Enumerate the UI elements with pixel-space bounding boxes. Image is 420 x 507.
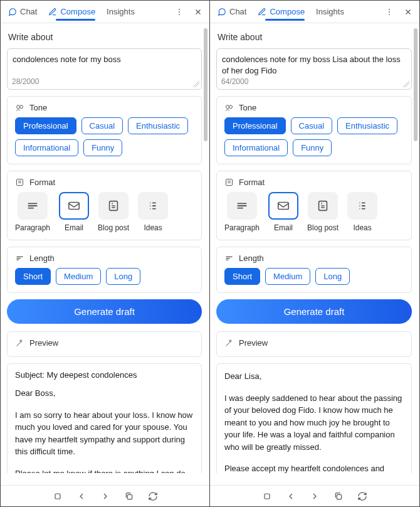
format-email[interactable]: Email bbox=[59, 192, 89, 232]
preview-label: Preview bbox=[239, 338, 268, 348]
length-short[interactable]: Short bbox=[15, 268, 51, 285]
format-label: Format bbox=[239, 178, 265, 187]
tab-chat[interactable]: Chat bbox=[3, 3, 42, 20]
format-email-label: Email bbox=[65, 223, 83, 232]
preview-output: Subject: My deepest condolences Dear Bos… bbox=[7, 363, 202, 473]
close-icon bbox=[404, 8, 412, 16]
svg-rect-19 bbox=[337, 494, 341, 499]
copy-icon[interactable] bbox=[124, 491, 134, 501]
generate-draft-button[interactable]: Generate draft bbox=[216, 299, 412, 324]
tab-compose[interactable]: Compose bbox=[253, 3, 310, 20]
back-icon[interactable] bbox=[76, 491, 87, 501]
tone-informational[interactable]: Informational bbox=[15, 139, 78, 156]
prompt-text: condolences note for my boss Lisa about … bbox=[222, 55, 401, 75]
forward-icon[interactable] bbox=[310, 491, 320, 501]
copy-icon[interactable] bbox=[333, 491, 344, 501]
close-button[interactable] bbox=[399, 3, 417, 21]
more-options-button[interactable] bbox=[381, 3, 398, 21]
format-section: Format Paragraph Email Blog post Ideas bbox=[216, 171, 412, 240]
tab-compose[interactable]: Compose bbox=[43, 3, 100, 20]
format-ideas-label: Ideas bbox=[353, 223, 371, 232]
tone-funny[interactable]: Funny bbox=[293, 139, 332, 156]
stop-icon[interactable] bbox=[53, 491, 63, 501]
format-email-label: Email bbox=[274, 223, 293, 232]
resize-handle-icon[interactable] bbox=[403, 81, 409, 87]
length-long[interactable]: Long bbox=[106, 268, 140, 285]
more-options-button[interactable] bbox=[171, 3, 188, 21]
more-vertical-icon bbox=[175, 8, 184, 16]
scrollbar[interactable] bbox=[414, 28, 417, 480]
preview-subject: Subject: My deepest condolences bbox=[15, 370, 194, 380]
format-paragraph[interactable]: Paragraph bbox=[15, 192, 50, 232]
tab-insights[interactable]: Insights bbox=[102, 3, 140, 20]
svg-point-2 bbox=[179, 14, 180, 15]
format-paragraph[interactable]: Paragraph bbox=[224, 192, 260, 232]
back-icon[interactable] bbox=[286, 491, 296, 501]
refresh-icon[interactable] bbox=[148, 491, 158, 501]
tone-professional[interactable]: Professional bbox=[15, 117, 76, 134]
resize-handle-icon[interactable] bbox=[193, 81, 199, 87]
tab-insights[interactable]: Insights bbox=[311, 3, 349, 20]
length-long[interactable]: Long bbox=[315, 268, 350, 285]
format-label: Format bbox=[29, 178, 55, 187]
compose-pane-right: Chat Compose Insights Write about condol… bbox=[210, 0, 420, 507]
svg-point-14 bbox=[229, 105, 233, 109]
tone-icon bbox=[15, 103, 24, 112]
svg-rect-8 bbox=[55, 494, 60, 499]
tone-informational[interactable]: Informational bbox=[224, 139, 288, 156]
tab-bar: Chat Compose Insights bbox=[1, 1, 209, 23]
char-count: 28/2000 bbox=[12, 77, 39, 86]
scrollbar[interactable] bbox=[204, 28, 207, 480]
bottom-toolbar bbox=[210, 485, 419, 506]
preview-label: Preview bbox=[29, 338, 58, 348]
stop-icon[interactable] bbox=[262, 491, 272, 501]
wand-icon bbox=[224, 338, 234, 348]
length-section: Length Short Medium Long bbox=[216, 247, 412, 293]
refresh-icon[interactable] bbox=[357, 491, 367, 501]
tone-enthusiastic[interactable]: Enthusiastic bbox=[337, 117, 397, 134]
svg-rect-5 bbox=[17, 179, 23, 186]
length-medium[interactable]: Medium bbox=[265, 268, 310, 285]
tone-enthusiastic[interactable]: Enthusiastic bbox=[128, 117, 188, 134]
format-blog[interactable]: Blog post bbox=[98, 192, 129, 232]
close-button[interactable] bbox=[189, 3, 207, 21]
forward-icon[interactable] bbox=[100, 491, 110, 501]
close-icon bbox=[194, 8, 202, 16]
tone-funny[interactable]: Funny bbox=[83, 139, 122, 156]
format-ideas[interactable]: Ideas bbox=[347, 192, 377, 232]
svg-point-3 bbox=[17, 105, 20, 109]
tab-compose-label: Compose bbox=[60, 7, 95, 16]
compose-pane-left: Chat Compose Insights Write about condol… bbox=[0, 0, 210, 507]
length-short[interactable]: Short bbox=[224, 268, 260, 285]
tab-chat-label: Chat bbox=[229, 7, 246, 16]
tab-compose-label: Compose bbox=[270, 7, 305, 16]
length-label: Length bbox=[29, 254, 55, 263]
tab-insights-label: Insights bbox=[107, 7, 135, 16]
compose-icon bbox=[258, 8, 266, 16]
char-count: 64/2000 bbox=[221, 77, 248, 86]
more-vertical-icon bbox=[385, 8, 394, 16]
svg-point-10 bbox=[389, 8, 390, 9]
preview-p2: Please accept my heartfelt condolences a… bbox=[224, 462, 404, 473]
tone-professional[interactable]: Professional bbox=[224, 117, 286, 134]
tone-icon bbox=[224, 103, 234, 112]
svg-rect-16 bbox=[278, 203, 289, 210]
tone-casual[interactable]: Casual bbox=[291, 117, 332, 134]
format-ideas[interactable]: Ideas bbox=[138, 192, 168, 232]
generate-draft-button[interactable]: Generate draft bbox=[7, 299, 202, 324]
format-paragraph-label: Paragraph bbox=[224, 223, 260, 232]
svg-rect-6 bbox=[69, 203, 80, 210]
format-blog-label: Blog post bbox=[307, 223, 339, 232]
format-blog[interactable]: Blog post bbox=[307, 192, 339, 232]
preview-p2: Please let me know if there is anything … bbox=[15, 467, 194, 474]
compose-icon bbox=[48, 8, 57, 16]
paragraph-icon bbox=[24, 199, 41, 213]
tab-insights-label: Insights bbox=[316, 7, 344, 16]
length-medium[interactable]: Medium bbox=[56, 268, 101, 285]
svg-point-12 bbox=[389, 14, 390, 15]
tone-casual[interactable]: Casual bbox=[81, 117, 123, 134]
tab-chat[interactable]: Chat bbox=[213, 3, 251, 20]
scroll-area: Write about condolences note for my boss… bbox=[210, 23, 419, 485]
scroll-area: Write about condolences note for my boss… bbox=[1, 23, 209, 485]
format-email[interactable]: Email bbox=[268, 192, 298, 232]
